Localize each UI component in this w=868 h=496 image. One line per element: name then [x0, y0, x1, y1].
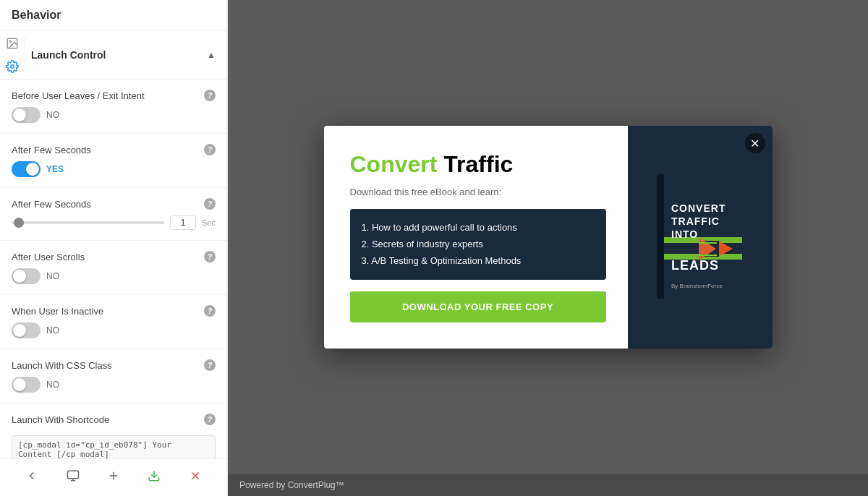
svg-rect-3 [67, 471, 78, 479]
list-item-1: 1. How to add powerful call to actions [362, 219, 595, 236]
seconds-unit: Sec [202, 218, 216, 227]
modal: ✕ Convert Traffic Download this free eBo… [324, 126, 773, 348]
user-scrolls-toggle-label: NO [46, 271, 59, 281]
user-inactive-setting: When User Is Inactive ? NO [0, 295, 227, 349]
modal-title: Convert Traffic [350, 152, 606, 177]
user-inactive-label: When User Is Inactive [12, 306, 103, 317]
book-illustration: CONVERT TRAFFIC INTO LEADS By Brainstorm… [650, 168, 751, 306]
svg-text:TRAFFIC: TRAFFIC [671, 215, 720, 227]
svg-text:By BrainstormForce: By BrainstormForce [671, 283, 723, 289]
after-seconds-slider-label: After Few Seconds [12, 199, 91, 210]
modal-right-panel: CONVERT TRAFFIC INTO LEADS By Brainstorm… [628, 126, 773, 348]
css-class-label: Launch With CSS Class [12, 360, 112, 371]
image-icon-btn[interactable] [6, 37, 19, 50]
after-seconds-toggle-label: YES [46, 164, 64, 174]
preview-button[interactable] [61, 466, 85, 489]
after-seconds-help[interactable]: ? [204, 144, 216, 155]
svg-point-2 [11, 65, 14, 69]
exit-intent-toggle-label: NO [46, 110, 59, 120]
powered-by-footer: Powered by ConvertPlug™ [228, 474, 868, 496]
exit-intent-help[interactable]: ? [204, 90, 216, 101]
css-class-toggle-label: NO [46, 380, 59, 390]
shortcode-textarea[interactable]: [cp_modal id="cp_id_eb078"] Your Content… [12, 435, 216, 458]
css-class-setting: Launch With CSS Class ? NO [0, 349, 227, 403]
user-inactive-help[interactable]: ? [204, 305, 216, 317]
modal-overlay: ✕ Convert Traffic Download this free eBo… [228, 0, 868, 474]
gear-icon-btn[interactable] [6, 60, 19, 73]
close-button[interactable] [183, 466, 208, 489]
svg-text:CONVERT: CONVERT [671, 202, 726, 214]
css-class-toggle[interactable] [12, 377, 41, 393]
list-item-3: 3. A/B Testing & Optimization Methods [362, 252, 595, 269]
after-seconds-slider-help[interactable]: ? [204, 198, 216, 210]
exit-intent-label: Before User Leaves / Exit Intent [12, 90, 145, 101]
shortcode-label: Launch With Shortcode [12, 414, 109, 425]
add-button[interactable] [101, 466, 126, 489]
modal-title-dark: Traffic [437, 151, 513, 177]
seconds-slider[interactable] [12, 221, 164, 224]
exit-intent-toggle[interactable] [12, 107, 41, 123]
sidebar-toolbar [0, 458, 227, 496]
modal-left-panel: Convert Traffic Download this free eBook… [324, 126, 628, 348]
list-item-2: 2. Secrets of industry experts [362, 236, 595, 252]
user-scrolls-help[interactable]: ? [204, 251, 216, 262]
after-seconds-setting: After Few Seconds ? YES [0, 134, 227, 188]
modal-subtitle: Download this free eBook and learn: [350, 187, 606, 197]
shortcode-help[interactable]: ? [204, 414, 216, 425]
settings-content: Before User Leaves / Exit Intent ? NO Af… [0, 80, 227, 458]
powered-by-text: Powered by ConvertPlug™ [239, 480, 344, 490]
modal-close-button[interactable]: ✕ [745, 133, 765, 153]
modal-list-box: 1. How to add powerful call to actions 2… [350, 209, 606, 280]
after-seconds-label: After Few Seconds [12, 145, 91, 155]
svg-point-1 [9, 40, 11, 42]
modal-cta-button[interactable]: DOWNLOAD YOUR FREE COPY [350, 291, 606, 322]
main-canvas: ✕ Convert Traffic Download this free eBo… [228, 0, 868, 474]
after-seconds-toggle[interactable] [12, 161, 41, 177]
shortcode-setting: Launch With Shortcode ? [cp_modal id="cp… [0, 403, 227, 458]
download-button[interactable] [142, 466, 166, 489]
after-seconds-slider-setting: After Few Seconds ? Sec [0, 188, 227, 241]
behavior-header: Behavior [0, 0, 227, 31]
svg-text:LEADS: LEADS [671, 258, 719, 273]
user-scrolls-label: After User Scrolls [12, 252, 85, 262]
user-inactive-toggle[interactable] [12, 322, 41, 338]
main-area: ✕ Convert Traffic Download this free eBo… [228, 0, 868, 496]
chevron-up-icon: ▲ [207, 50, 216, 60]
user-scrolls-toggle[interactable] [12, 268, 41, 284]
css-class-help[interactable]: ? [204, 359, 216, 371]
launch-control-title: Launch Control [31, 49, 106, 61]
svg-text:INTO: INTO [671, 228, 698, 240]
user-scrolls-setting: After User Scrolls ? NO [0, 241, 227, 295]
modal-title-green: Convert [350, 151, 438, 177]
seconds-value-input[interactable] [170, 215, 196, 230]
user-inactive-toggle-label: NO [46, 325, 59, 335]
exit-intent-setting: Before User Leaves / Exit Intent ? NO [0, 80, 227, 134]
back-button[interactable] [20, 466, 44, 489]
